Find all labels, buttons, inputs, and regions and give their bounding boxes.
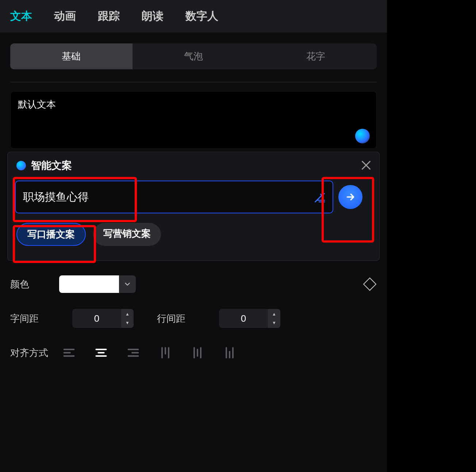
tab-animation[interactable]: 动画 — [54, 9, 76, 24]
color-label: 颜色 — [10, 278, 50, 291]
text-content-input[interactable]: 默认文本 — [10, 91, 377, 149]
tab-narration[interactable]: 朗读 — [142, 9, 164, 24]
align-center-icon — [95, 346, 108, 359]
magic-wand-icon[interactable] — [314, 190, 327, 204]
color-row: 颜色 — [10, 275, 377, 293]
arrow-right-icon — [345, 191, 356, 202]
align-vertical-right-button[interactable] — [220, 344, 239, 361]
chip-broadcast-copy[interactable]: 写口播文案 — [16, 223, 86, 246]
ai-assist-button[interactable] — [355, 129, 370, 143]
smart-copy-input[interactable] — [23, 181, 308, 213]
align-left-icon — [62, 346, 76, 359]
align-right-button[interactable] — [123, 344, 143, 361]
close-button[interactable] — [360, 159, 373, 172]
align-left-button[interactable] — [59, 344, 79, 361]
char-spacing-field[interactable]: 0 ▲ ▼ — [72, 309, 134, 328]
char-spacing-up[interactable]: ▲ — [121, 310, 134, 318]
char-spacing-down[interactable]: ▼ — [121, 319, 134, 327]
color-swatch[interactable] — [59, 275, 119, 293]
line-spacing-down[interactable]: ▼ — [268, 319, 280, 327]
char-spacing-label: 字间距 — [10, 312, 50, 325]
align-right-icon — [127, 346, 140, 359]
keyframe-toggle[interactable] — [363, 278, 377, 291]
alignment-row: 对齐方式 — [10, 344, 377, 361]
char-spacing-value: 0 — [72, 313, 121, 324]
line-spacing-up[interactable]: ▲ — [268, 310, 280, 318]
line-spacing-value: 0 — [219, 313, 268, 324]
align-vertical-left-icon — [159, 346, 172, 359]
submit-button[interactable] — [338, 185, 362, 209]
line-spacing-field[interactable]: 0 ▲ ▼ — [219, 309, 280, 328]
subtab-art-text[interactable]: 花字 — [254, 43, 377, 69]
chip-marketing-copy[interactable]: 写营销文案 — [93, 223, 161, 246]
chevron-down-icon — [123, 280, 131, 288]
subtab-bubble[interactable]: 气泡 — [133, 43, 255, 69]
spacing-row: 字间距 0 ▲ ▼ 行间距 0 ▲ ▼ — [10, 309, 377, 328]
align-center-button[interactable] — [91, 344, 111, 361]
text-content-value: 默认文本 — [18, 99, 56, 110]
color-dropdown[interactable] — [119, 275, 136, 293]
sub-tab-bar: 基础 气泡 花字 — [10, 43, 377, 69]
smart-copy-input-wrap — [15, 181, 333, 213]
line-spacing-label: 行间距 — [157, 312, 197, 325]
tab-text[interactable]: 文本 — [10, 9, 32, 24]
align-vertical-center-button[interactable] — [188, 344, 207, 361]
ai-orb-icon — [16, 161, 26, 170]
align-vertical-center-icon — [191, 346, 204, 359]
close-icon — [360, 159, 373, 172]
top-tab-bar: 文本 动画 跟踪 朗读 数字人 — [0, 0, 387, 32]
tab-tracking[interactable]: 跟踪 — [98, 9, 120, 24]
align-vertical-left-button[interactable] — [156, 344, 175, 361]
subtab-basic[interactable]: 基础 — [10, 43, 133, 69]
alignment-label: 对齐方式 — [10, 347, 50, 359]
smart-copy-popup: 智能文案 — [7, 152, 380, 261]
align-vertical-right-icon — [223, 346, 236, 359]
tab-digital-human[interactable]: 数字人 — [185, 9, 218, 24]
smart-copy-title: 智能文案 — [31, 159, 72, 173]
